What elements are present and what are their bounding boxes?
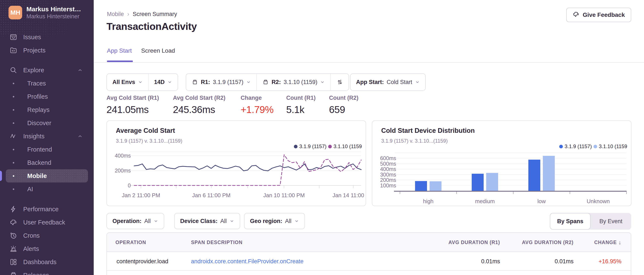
operation-filter[interactable]: Operation: All: [106, 213, 164, 229]
crons-icon: [10, 232, 17, 239]
tab-screen-load[interactable]: Screen Load: [141, 47, 175, 60]
user-feedback-icon: [10, 218, 17, 226]
legend-item[interactable]: 3.1.9 (1157): [294, 143, 326, 149]
column-header-span-description[interactable]: SPAN DESCRIPTION: [191, 233, 242, 252]
geo-region-filter-label: Geo region:: [250, 218, 282, 224]
alerts-icon: [10, 245, 17, 253]
device-class-filter[interactable]: Device Class: All: [174, 213, 240, 229]
sidebar-item-label: Alerts: [23, 245, 39, 252]
tab-bar: App Start Screen Load: [107, 47, 175, 60]
give-feedback-button[interactable]: Give Feedback: [566, 8, 631, 22]
sidebar-nav: IssuesProjectsExploreTracesProfilesRepla…: [0, 0, 94, 275]
table-body: contentprovider.loadandroidx.core.conten…: [107, 252, 631, 271]
column-header-avg-duration-r2[interactable]: AVG DURATION (R2): [522, 233, 574, 252]
insights-icon: [10, 132, 17, 140]
sidebar-item-label: Backend: [27, 159, 51, 166]
legend-dot-icon: [559, 145, 563, 148]
legend-dot-icon: [328, 145, 332, 148]
column-header-change[interactable]: CHANGE ↓: [594, 233, 622, 252]
toggle-by-event[interactable]: By Event: [590, 213, 631, 230]
sidebar-item-performance[interactable]: Performance: [6, 202, 88, 216]
sidebar-item-label: Discover: [27, 120, 51, 127]
svg-text:low: low: [537, 198, 546, 204]
issues-icon: [10, 33, 17, 41]
sidebar-item-label: Insights: [23, 133, 44, 140]
release-r1-filter[interactable]: R1: 3.1.9 (1157): [186, 74, 256, 90]
sidebar-item-label: Mobile: [27, 172, 47, 179]
legend-label: 3.1.9 (1157): [564, 143, 592, 149]
device-class-filter-label: Device Class:: [180, 218, 218, 224]
sidebar-item-label: Frontend: [27, 146, 52, 153]
bullet-icon: [13, 122, 14, 124]
stat-count-r2-: Count (R2)659: [329, 95, 358, 115]
legend-item[interactable]: 3.1.9 (1157): [559, 143, 592, 149]
chart-title: Cold Start Device Distribution: [381, 127, 475, 135]
release-box-icon: [262, 79, 269, 85]
chevron-down-icon: [138, 80, 143, 84]
release-r2-filter[interactable]: R2: 3.1.10 (1159): [256, 74, 330, 90]
release-r2-prefix: R2:: [272, 79, 281, 86]
bullet-icon: [13, 109, 14, 111]
legend-item[interactable]: 3.1.10 (1159: [594, 143, 627, 149]
legend-dot-icon: [594, 145, 597, 148]
sidebar-item-discover[interactable]: Discover: [6, 116, 88, 130]
cell-avg-duration-r2: 0.01ms: [554, 252, 574, 271]
active-item-indicator: [0, 171, 2, 181]
app-start-type-filter[interactable]: App Start: Cold Start: [350, 74, 425, 90]
geo-region-filter[interactable]: Geo region: All: [244, 213, 305, 229]
breadcrumb-mobile[interactable]: Mobile: [107, 11, 124, 18]
sidebar-item-profiles[interactable]: Profiles: [6, 90, 88, 103]
bullet-icon: [13, 96, 14, 97]
sidebar-item-label: AI: [27, 186, 33, 193]
chevron-up-icon: [77, 67, 83, 73]
svg-text:Jan 14 11:00 PM: Jan 14 11:00 PM: [332, 192, 366, 198]
tab-app-start[interactable]: App Start: [107, 47, 132, 60]
sidebar-item-ai[interactable]: AI: [6, 182, 88, 196]
sidebar-item-issues[interactable]: Issues: [6, 31, 88, 44]
svg-text:Jan 6 11:00 PM: Jan 6 11:00 PM: [192, 192, 230, 198]
sidebar-item-traces[interactable]: Traces: [6, 77, 88, 90]
give-feedback-label: Give Feedback: [583, 12, 625, 18]
sidebar-item-backend[interactable]: Backend: [6, 156, 88, 169]
release-r1-prefix: R1:: [201, 79, 210, 86]
cell-span-description-link[interactable]: androidx.core.content.FileProvider.onCre…: [191, 252, 304, 271]
sidebar-item-label: Replays: [27, 106, 50, 113]
environment-filter[interactable]: All Envs: [107, 74, 148, 90]
sidebar-item-projects[interactable]: Projects: [6, 44, 88, 57]
date-range-filter[interactable]: 14D: [148, 74, 178, 90]
page-title: TransactionActivity: [106, 21, 197, 32]
dashboards-icon: [10, 258, 17, 266]
sidebar: MH Markus Hinterst… Markus Hintersteiner…: [0, 0, 94, 275]
env-daterange-filter-group: All Envs 14D: [106, 73, 178, 91]
legend-item[interactable]: 3.1.10 (1159: [328, 143, 362, 149]
bullet-icon: [13, 162, 14, 163]
table-header-row: OPERATION SPAN DESCRIPTION AVG DURATION …: [107, 233, 631, 252]
sidebar-item-label: Releases: [23, 272, 49, 275]
svg-text:100ms: 100ms: [380, 182, 396, 188]
sidebar-item-replays[interactable]: Replays: [6, 103, 88, 116]
sidebar-item-alerts[interactable]: Alerts: [6, 242, 88, 255]
svg-text:400ms: 400ms: [380, 166, 396, 172]
sidebar-item-crons[interactable]: Crons: [6, 229, 88, 242]
legend-label: 3.1.9 (1157): [299, 143, 326, 149]
sidebar-item-frontend[interactable]: Frontend: [6, 143, 88, 156]
svg-text:medium: medium: [475, 198, 495, 204]
legend-label: 3.1.10 (1159: [334, 143, 362, 149]
svg-text:Unknown: Unknown: [587, 198, 610, 204]
release-r2-value: 3.1.10 (1159): [284, 79, 318, 86]
sidebar-item-releases[interactable]: Releases: [6, 268, 88, 275]
column-header-operation[interactable]: OPERATION: [116, 233, 146, 252]
toggle-by-spans[interactable]: By Spans: [550, 213, 590, 230]
chart-subtitle: 3.1.9 (1157) v. 3.1.10...(1159): [116, 138, 182, 144]
sidebar-item-explore[interactable]: Explore: [6, 64, 88, 77]
stat-count-r1-: Count (R1)5.1k: [286, 95, 316, 115]
sidebar-item-dashboards[interactable]: Dashboards: [6, 255, 88, 268]
sort-descending-icon: ↓: [618, 239, 622, 246]
svg-text:300ms: 300ms: [380, 172, 396, 178]
sidebar-item-mobile[interactable]: Mobile: [6, 169, 88, 182]
swap-releases-button[interactable]: [330, 74, 348, 90]
stat-label: Avg Cold Start (R1): [106, 95, 159, 101]
sidebar-item-insights[interactable]: Insights: [6, 130, 88, 143]
column-header-avg-duration-r1[interactable]: AVG DURATION (R1): [448, 233, 500, 252]
sidebar-item-user-feedback[interactable]: User Feedback: [6, 216, 88, 229]
